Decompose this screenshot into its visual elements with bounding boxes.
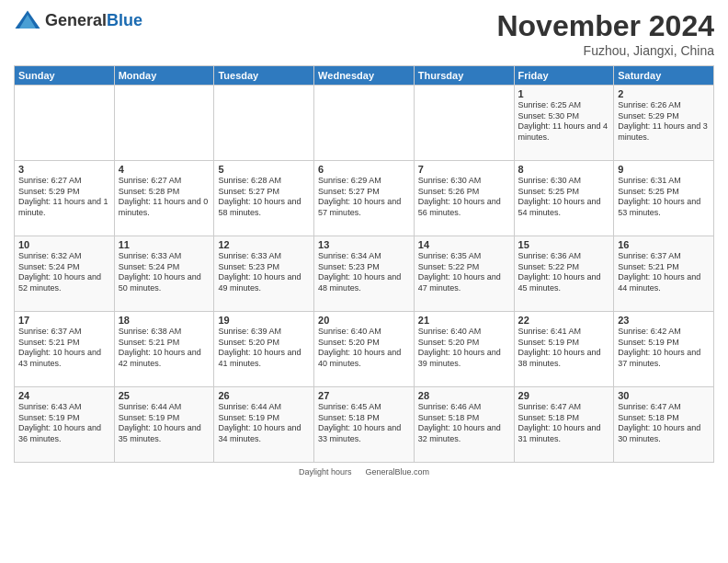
title-block: November 2024 Fuzhou, Jiangxi, China: [496, 9, 714, 58]
day-number: 6: [318, 164, 410, 175]
day-info: Sunrise: 6:41 AM Sunset: 5:19 PM Dayligh…: [518, 327, 610, 370]
day-cell: 18Sunrise: 6:38 AM Sunset: 5:21 PM Dayli…: [114, 312, 214, 387]
weekday-sunday: Sunday: [15, 66, 115, 86]
day-number: 23: [618, 315, 710, 326]
day-number: 7: [418, 164, 510, 175]
day-number: 4: [119, 164, 210, 175]
day-number: 17: [18, 315, 110, 326]
day-cell: 9Sunrise: 6:31 AM Sunset: 5:25 PM Daylig…: [614, 161, 714, 236]
day-cell: 13Sunrise: 6:34 AM Sunset: 5:23 PM Dayli…: [314, 236, 415, 312]
day-info: Sunrise: 6:46 AM Sunset: 5:18 PM Dayligh…: [418, 402, 510, 445]
weekday-thursday: Thursday: [414, 66, 514, 86]
day-info: Sunrise: 6:40 AM Sunset: 5:20 PM Dayligh…: [418, 327, 510, 370]
day-cell: 7Sunrise: 6:30 AM Sunset: 5:26 PM Daylig…: [414, 161, 514, 236]
day-cell: 30Sunrise: 6:47 AM Sunset: 5:18 PM Dayli…: [614, 387, 714, 463]
day-number: 18: [119, 315, 210, 326]
day-cell: [314, 86, 415, 161]
day-cell: 29Sunrise: 6:47 AM Sunset: 5:18 PM Dayli…: [514, 387, 614, 463]
weekday-header-row: SundayMondayTuesdayWednesdayThursdayFrid…: [15, 66, 714, 86]
day-cell: 17Sunrise: 6:37 AM Sunset: 5:21 PM Dayli…: [15, 312, 115, 387]
day-info: Sunrise: 6:28 AM Sunset: 5:27 PM Dayligh…: [218, 176, 310, 219]
day-cell: 4Sunrise: 6:27 AM Sunset: 5:28 PM Daylig…: [114, 161, 214, 236]
day-cell: 10Sunrise: 6:32 AM Sunset: 5:24 PM Dayli…: [15, 236, 115, 312]
day-cell: 24Sunrise: 6:43 AM Sunset: 5:19 PM Dayli…: [15, 387, 115, 463]
day-number: 8: [518, 164, 610, 175]
day-info: Sunrise: 6:26 AM Sunset: 5:29 PM Dayligh…: [618, 100, 710, 144]
day-cell: 5Sunrise: 6:28 AM Sunset: 5:27 PM Daylig…: [214, 161, 314, 236]
day-info: Sunrise: 6:36 AM Sunset: 5:22 PM Dayligh…: [518, 251, 610, 294]
day-number: 19: [218, 315, 310, 326]
logo-text: GeneralBlue: [45, 11, 142, 30]
day-info: Sunrise: 6:29 AM Sunset: 5:27 PM Dayligh…: [318, 176, 410, 219]
day-cell: 15Sunrise: 6:36 AM Sunset: 5:22 PM Dayli…: [514, 236, 614, 312]
day-number: 28: [418, 390, 510, 401]
day-info: Sunrise: 6:30 AM Sunset: 5:25 PM Dayligh…: [518, 176, 610, 219]
logo-icon: [14, 9, 41, 31]
day-info: Sunrise: 6:44 AM Sunset: 5:19 PM Dayligh…: [218, 402, 310, 445]
day-info: Sunrise: 6:27 AM Sunset: 5:29 PM Dayligh…: [18, 176, 110, 219]
logo: GeneralBlue: [14, 9, 142, 31]
week-row-3: 10Sunrise: 6:32 AM Sunset: 5:24 PM Dayli…: [15, 236, 714, 312]
day-cell: 25Sunrise: 6:44 AM Sunset: 5:19 PM Dayli…: [114, 387, 214, 463]
day-info: Sunrise: 6:42 AM Sunset: 5:19 PM Dayligh…: [618, 327, 710, 370]
day-info: Sunrise: 6:25 AM Sunset: 5:30 PM Dayligh…: [518, 100, 610, 144]
day-number: 5: [218, 164, 310, 175]
day-cell: 8Sunrise: 6:30 AM Sunset: 5:25 PM Daylig…: [514, 161, 614, 236]
day-cell: 27Sunrise: 6:45 AM Sunset: 5:18 PM Dayli…: [314, 387, 415, 463]
weekday-friday: Friday: [514, 66, 614, 86]
footer: Daylight hours GeneralBlue.com: [14, 467, 714, 477]
day-info: Sunrise: 6:33 AM Sunset: 5:24 PM Dayligh…: [119, 251, 210, 294]
day-number: 3: [18, 164, 110, 175]
day-cell: 19Sunrise: 6:39 AM Sunset: 5:20 PM Dayli…: [214, 312, 314, 387]
week-row-2: 3Sunrise: 6:27 AM Sunset: 5:29 PM Daylig…: [15, 161, 714, 236]
day-number: 20: [318, 315, 410, 326]
daylight-label: Daylight hours: [299, 467, 352, 477]
footer-bar: Daylight hours GeneralBlue.com: [14, 467, 714, 477]
day-info: Sunrise: 6:30 AM Sunset: 5:26 PM Dayligh…: [418, 176, 510, 219]
header: GeneralBlue November 2024 Fuzhou, Jiangx…: [14, 9, 714, 58]
day-info: Sunrise: 6:38 AM Sunset: 5:21 PM Dayligh…: [119, 327, 210, 370]
day-number: 1: [518, 88, 610, 99]
day-info: Sunrise: 6:47 AM Sunset: 5:18 PM Dayligh…: [618, 402, 710, 445]
day-number: 24: [18, 390, 110, 401]
day-info: Sunrise: 6:37 AM Sunset: 5:21 PM Dayligh…: [618, 251, 710, 294]
day-info: Sunrise: 6:40 AM Sunset: 5:20 PM Dayligh…: [318, 327, 410, 370]
weekday-tuesday: Tuesday: [214, 66, 314, 86]
day-number: 15: [518, 239, 610, 250]
day-info: Sunrise: 6:31 AM Sunset: 5:25 PM Dayligh…: [618, 176, 710, 219]
day-cell: 11Sunrise: 6:33 AM Sunset: 5:24 PM Dayli…: [114, 236, 214, 312]
calendar-table: SundayMondayTuesdayWednesdayThursdayFrid…: [14, 65, 714, 463]
day-info: Sunrise: 6:39 AM Sunset: 5:20 PM Dayligh…: [218, 327, 310, 370]
day-cell: 23Sunrise: 6:42 AM Sunset: 5:19 PM Dayli…: [614, 312, 714, 387]
day-cell: 12Sunrise: 6:33 AM Sunset: 5:23 PM Dayli…: [214, 236, 314, 312]
day-number: 30: [618, 390, 710, 401]
day-number: 29: [518, 390, 610, 401]
day-number: 26: [218, 390, 310, 401]
day-cell: [214, 86, 314, 161]
weekday-monday: Monday: [114, 66, 214, 86]
day-cell: 21Sunrise: 6:40 AM Sunset: 5:20 PM Dayli…: [414, 312, 514, 387]
day-number: 10: [18, 239, 110, 250]
day-info: Sunrise: 6:43 AM Sunset: 5:19 PM Dayligh…: [18, 402, 110, 445]
week-row-5: 24Sunrise: 6:43 AM Sunset: 5:19 PM Dayli…: [15, 387, 714, 463]
day-cell: 22Sunrise: 6:41 AM Sunset: 5:19 PM Dayli…: [514, 312, 614, 387]
day-cell: 3Sunrise: 6:27 AM Sunset: 5:29 PM Daylig…: [15, 161, 115, 236]
day-number: 14: [418, 239, 510, 250]
day-info: Sunrise: 6:32 AM Sunset: 5:24 PM Dayligh…: [18, 251, 110, 294]
page: GeneralBlue November 2024 Fuzhou, Jiangx…: [0, 0, 728, 563]
weekday-wednesday: Wednesday: [314, 66, 415, 86]
week-row-1: 1Sunrise: 6:25 AM Sunset: 5:30 PM Daylig…: [15, 86, 714, 161]
day-info: Sunrise: 6:45 AM Sunset: 5:18 PM Dayligh…: [318, 402, 410, 445]
week-row-4: 17Sunrise: 6:37 AM Sunset: 5:21 PM Dayli…: [15, 312, 714, 387]
day-number: 11: [119, 239, 210, 250]
source: GeneralBlue.com: [365, 467, 429, 477]
day-info: Sunrise: 6:37 AM Sunset: 5:21 PM Dayligh…: [18, 327, 110, 370]
day-cell: 2Sunrise: 6:26 AM Sunset: 5:29 PM Daylig…: [614, 86, 714, 161]
day-info: Sunrise: 6:44 AM Sunset: 5:19 PM Dayligh…: [119, 402, 210, 445]
day-number: 16: [618, 239, 710, 250]
day-cell: 28Sunrise: 6:46 AM Sunset: 5:18 PM Dayli…: [414, 387, 514, 463]
day-cell: [15, 86, 115, 161]
day-cell: 26Sunrise: 6:44 AM Sunset: 5:19 PM Dayli…: [214, 387, 314, 463]
day-info: Sunrise: 6:35 AM Sunset: 5:22 PM Dayligh…: [418, 251, 510, 294]
day-info: Sunrise: 6:33 AM Sunset: 5:23 PM Dayligh…: [218, 251, 310, 294]
